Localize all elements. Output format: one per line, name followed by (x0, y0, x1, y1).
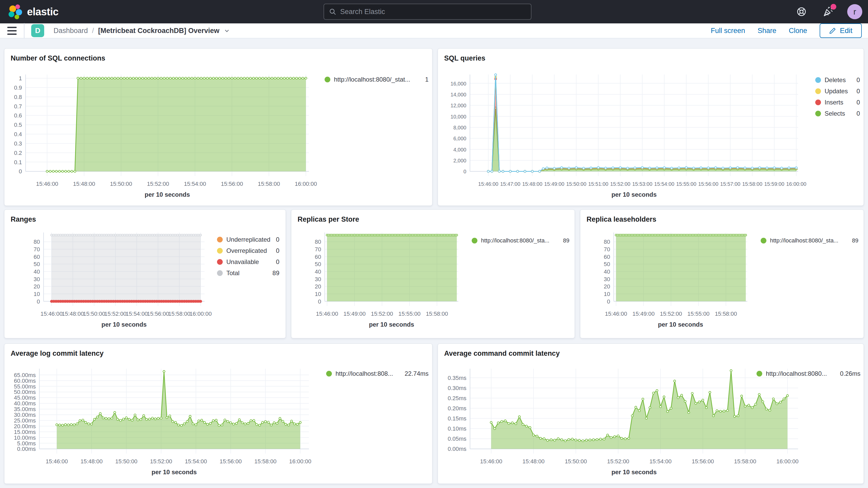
svg-text:20: 20 (315, 283, 321, 290)
svg-text:4,000: 4,000 (453, 147, 466, 153)
legend-item[interactable]: Inserts 0 (815, 98, 860, 106)
legend-value: 89 (268, 270, 279, 277)
svg-text:0.05ms: 0.05ms (448, 435, 466, 442)
svg-text:40.00ms: 40.00ms (14, 400, 36, 407)
panel-replicas-per-store: Replicas per Store 0102030405060708015:4… (291, 209, 575, 338)
clone-button[interactable]: Clone (789, 27, 807, 35)
log-commit-latency-chart[interactable]: 0.00ms5.00ms10.00ms15.00ms20.00ms25.00ms… (4, 344, 432, 484)
legend-item[interactable]: http://localhost:8080... 0.26ms (756, 370, 861, 377)
svg-text:25.00ms: 25.00ms (14, 417, 36, 424)
svg-text:15:58:00: 15:58:00 (734, 458, 756, 465)
svg-text:per 10 seconds: per 10 seconds (658, 321, 703, 328)
elastic-logo[interactable]: elastic (0, 4, 59, 19)
svg-text:0.8: 0.8 (14, 94, 22, 100)
svg-text:15:54:00: 15:54:00 (184, 181, 206, 187)
svg-text:15:54:00: 15:54:00 (649, 458, 672, 465)
svg-text:0: 0 (19, 168, 22, 175)
svg-text:15.00ms: 15.00ms (14, 429, 36, 435)
svg-text:60: 60 (315, 254, 321, 260)
legend-item[interactable]: http://localhost:808... 22.74ms (326, 370, 429, 377)
svg-text:35.00ms: 35.00ms (14, 406, 36, 413)
legend-item[interactable]: Updates 0 (815, 87, 860, 95)
legend-value: 0 (272, 247, 279, 254)
svg-text:50: 50 (315, 261, 321, 267)
svg-text:15:56:00: 15:56:00 (220, 458, 242, 465)
legend-dot (815, 77, 821, 83)
svg-text:80: 80 (33, 239, 40, 245)
help-button[interactable] (794, 4, 809, 19)
sql-connections-chart[interactable]: 00.10.20.30.40.50.60.70.80.9115:46:0015:… (4, 49, 432, 206)
svg-text:15:58:00: 15:58:00 (715, 310, 737, 317)
svg-text:0.9: 0.9 (14, 85, 22, 91)
breadcrumb: Dashboard / [Metricbeat CockroachDB] Ove… (54, 27, 230, 35)
svg-text:0.15ms: 0.15ms (448, 415, 466, 422)
svg-text:15:49:00: 15:49:00 (544, 181, 564, 187)
svg-text:0.20ms: 0.20ms (448, 405, 466, 411)
svg-text:15:56:00: 15:56:00 (698, 181, 719, 187)
replica-leaseholders-chart[interactable]: 0102030405060708015:46:0015:49:0015:52:0… (580, 210, 864, 338)
full-screen-button[interactable]: Full screen (711, 27, 745, 35)
svg-text:6,000: 6,000 (453, 135, 466, 141)
svg-text:0: 0 (607, 298, 610, 305)
legend-value: 0 (852, 99, 860, 106)
svg-text:70: 70 (33, 246, 40, 252)
svg-text:10: 10 (315, 291, 321, 297)
svg-text:15:52:00: 15:52:00 (607, 458, 629, 465)
legend-item[interactable]: http://localhost:8080/_sta... 89 (761, 237, 858, 245)
svg-text:15:55:00: 15:55:00 (687, 310, 710, 317)
legend-value: 89 (848, 237, 858, 244)
svg-text:2,000: 2,000 (453, 158, 466, 163)
svg-text:15:46:00: 15:46:00 (605, 310, 627, 317)
svg-text:10.00ms: 10.00ms (14, 434, 36, 441)
legend-label: Inserts (825, 99, 843, 106)
legend-item[interactable]: http://localhost:8080/_sta... 89 (472, 237, 569, 245)
svg-text:15:46:00: 15:46:00 (316, 310, 338, 317)
hamburger-menu-button[interactable] (0, 23, 24, 38)
svg-text:16:00:00: 16:00:00 (289, 458, 311, 465)
breadcrumb-dashboard-link[interactable]: Dashboard (54, 27, 88, 35)
svg-text:15:50:00: 15:50:00 (565, 458, 587, 465)
svg-text:15:46:00: 15:46:00 (40, 310, 63, 317)
app-header: elastic (0, 0, 868, 23)
panel-ranges: Ranges 0102030405060708015:46:0015:48:00… (4, 209, 286, 338)
page-title: [Metricbeat CockroachDB] Overview (98, 27, 220, 35)
command-commit-latency-chart[interactable]: 0.00ms0.05ms0.10ms0.15ms0.20ms0.25ms0.30… (438, 344, 864, 484)
legend-item[interactable]: http://localhost:8080/_stat... 1 (324, 75, 429, 84)
user-avatar[interactable]: r (847, 4, 862, 19)
share-button[interactable]: Share (757, 27, 776, 35)
svg-text:15:49:00: 15:49:00 (632, 310, 655, 317)
legend-item[interactable]: Unavailable 0 (217, 258, 279, 266)
legend-item[interactable]: Overreplicated 0 (217, 247, 279, 255)
chevron-down-icon[interactable] (223, 27, 230, 34)
svg-text:30: 30 (604, 276, 610, 282)
svg-text:15:59:00: 15:59:00 (764, 181, 784, 187)
svg-text:10,000: 10,000 (451, 114, 466, 120)
svg-text:70: 70 (315, 246, 321, 252)
logo-wordmark: elastic (27, 6, 59, 18)
search-input[interactable] (340, 8, 526, 16)
global-search[interactable] (323, 4, 531, 20)
replicas-per-store-chart[interactable]: 0102030405060708015:46:0015:49:0015:52:0… (291, 210, 575, 338)
legend-dot (815, 88, 821, 94)
legend-label: http://localhost:8080... (766, 370, 827, 377)
edit-button-label: Edit (840, 27, 852, 35)
svg-text:15:56:00: 15:56:00 (221, 181, 243, 187)
svg-text:15:52:00: 15:52:00 (371, 310, 393, 317)
svg-text:5.00ms: 5.00ms (17, 440, 36, 447)
legend-label: Overreplicated (226, 247, 267, 254)
svg-text:15:48:00: 15:48:00 (62, 310, 84, 317)
svg-text:30.00ms: 30.00ms (14, 411, 36, 418)
svg-text:15:57:00: 15:57:00 (720, 181, 740, 187)
legend-value: 0.26ms (836, 370, 861, 377)
edit-button[interactable]: Edit (820, 23, 862, 38)
legend-item[interactable]: Selects 0 (815, 110, 860, 118)
legend-item[interactable]: Total 89 (217, 269, 279, 277)
legend-item[interactable]: Deletes 0 (815, 76, 860, 84)
legend-value: 0 (852, 88, 860, 95)
whats-new-button[interactable] (821, 4, 835, 19)
legend-label: Deletes (825, 77, 846, 84)
sql-queries-chart[interactable]: 02,0004,0006,0008,00010,00012,00014,0001… (438, 49, 864, 206)
svg-text:0.7: 0.7 (14, 103, 22, 110)
legend-item[interactable]: Underreplicated 0 (217, 236, 279, 243)
svg-text:60: 60 (33, 254, 40, 260)
